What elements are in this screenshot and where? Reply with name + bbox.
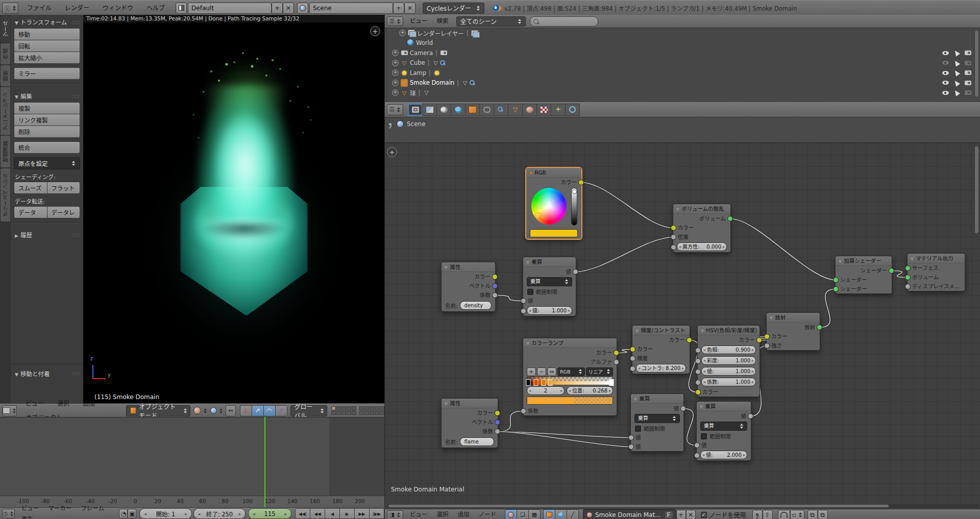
outliner-item-label[interactable]: Lamp [410, 69, 426, 77]
slider-値:[interactable]: ◂値:2.000▸ [700, 451, 747, 459]
node-socket[interactable] [630, 366, 635, 372]
editor-type-node-icon[interactable]: ◨ [387, 510, 403, 519]
expand-icon[interactable]: + [392, 69, 399, 76]
button-フラット[interactable]: フラット [47, 182, 81, 194]
button-スムーズ[interactable]: スムーズ [14, 182, 47, 194]
outliner-row-球[interactable]: +▽球|▽ [385, 88, 980, 98]
node-socket[interactable] [495, 419, 500, 425]
node-mul3[interactable]: ▼乗算値乗算範囲制限値◂値:2.000▸ [696, 401, 751, 461]
node-socket[interactable] [695, 348, 701, 353]
properties-tab-texture[interactable] [536, 104, 551, 116]
node-editor-hscrollbar[interactable] [387, 504, 978, 508]
ramp-delete-button[interactable]: − [537, 367, 546, 376]
timeline-playhead[interactable] [264, 417, 265, 507]
button-削除[interactable]: 削除 [14, 126, 80, 138]
layer-cell[interactable] [331, 411, 336, 415]
viewport-shading-select[interactable] [193, 407, 207, 414]
editor-type-3dview-icon[interactable] [2, 405, 17, 416]
layout-add-button[interactable]: + [272, 3, 283, 14]
ramp-stop[interactable] [609, 379, 614, 386]
properties-tab-physics[interactable] [565, 104, 580, 116]
editor-type-outliner-icon[interactable]: ☰ [387, 16, 403, 26]
selectability-toggle[interactable] [952, 78, 961, 88]
viewport-menu-追加[interactable]: 追加 [76, 397, 102, 411]
node-socket[interactable] [764, 343, 770, 349]
orientation-select[interactable]: グローバル [290, 405, 327, 416]
node-socket[interactable] [578, 180, 584, 185]
node-socket[interactable] [614, 350, 619, 356]
set-origin-select[interactable]: 原点を設定 [14, 157, 80, 169]
ramp-index-field[interactable]: ◂2▸ [527, 386, 565, 395]
node-socket[interactable] [687, 337, 692, 343]
viewport-3d[interactable]: Time:02:14.83 | Mem:13.35M, Peak:20.54M … [83, 15, 384, 403]
node-socket[interactable] [671, 244, 676, 250]
layout-browse-icon[interactable] [176, 3, 187, 14]
operator-panel[interactable]: ▼移動と付着:::: [11, 364, 83, 380]
menu-レンダー[interactable]: レンダー [58, 1, 96, 15]
expand-icon[interactable]: + [399, 30, 406, 36]
layer-cell[interactable] [370, 406, 374, 410]
properties-tab-object[interactable] [465, 104, 480, 116]
node-mul2[interactable]: ▼乗算値乗算範囲制限値値 [630, 393, 684, 452]
material-unlink-button[interactable]: ✕ [686, 510, 696, 519]
layer-cell[interactable] [341, 406, 346, 410]
node-socket[interactable] [492, 283, 498, 289]
pivot-select[interactable] [210, 407, 223, 414]
manipulator-scale-icon[interactable]: ↗ [275, 405, 287, 416]
slider-彩度:[interactable]: ◂彩度:1.000▸ [701, 356, 756, 365]
manipulator-translate-icon[interactable]: ↗ [252, 405, 263, 416]
node-socket[interactable] [671, 225, 676, 231]
selectability-toggle[interactable] [952, 88, 961, 98]
layer-cell[interactable] [347, 406, 351, 410]
layer-cell[interactable] [336, 406, 341, 410]
node-emi[interactable]: ▼放射放射カラー強さ [766, 312, 820, 351]
node-socket[interactable] [492, 292, 498, 298]
outliner-row-Camera[interactable]: +Camera| [385, 48, 980, 58]
clamp-checkbox[interactable]: 範囲制限 [523, 287, 576, 296]
node-socket[interactable] [521, 298, 526, 304]
layer-cell[interactable] [359, 411, 364, 415]
ramp-stop[interactable] [533, 379, 538, 386]
outliner-row-Smoke Domain[interactable]: +▽Smoke Domain|▽ [385, 78, 980, 88]
visibility-toggle[interactable] [941, 48, 950, 58]
scene-add-button[interactable]: + [393, 3, 404, 14]
node-socket[interactable] [694, 453, 700, 458]
properties-tab-particles[interactable]: ✛ [551, 104, 566, 116]
node-socket[interactable] [817, 325, 822, 330]
layout-name-field[interactable]: Default [188, 3, 272, 14]
node-title[interactable]: ▼RGB [526, 168, 581, 178]
shelf-tab-ツール[interactable]: ツール [1, 16, 10, 42]
node-menu-選択[interactable]: 選択 [432, 509, 453, 519]
outliner-search-input[interactable] [530, 16, 598, 27]
transport-button-2[interactable]: ◀ [325, 508, 340, 519]
outliner-item-label[interactable]: Smoke Domain [410, 79, 454, 86]
wheel-cursor[interactable] [535, 213, 540, 218]
node-title[interactable]: ▼属性 [442, 262, 495, 272]
layer-cell[interactable] [341, 411, 346, 415]
node-attrD[interactable]: ▼属性カラーベクトル係数名前:density [441, 262, 496, 312]
properties-tab-scene[interactable] [436, 104, 451, 116]
selectability-toggle[interactable] [952, 48, 961, 58]
mode-select[interactable]: オブジェクトモード [126, 405, 190, 416]
node-title[interactable]: ▼乗算 [523, 257, 576, 267]
node-mout[interactable]: ▼マテリアル出力サーフェスボリュームディスプレイスメ... [907, 253, 965, 291]
node-title[interactable]: ▼乗算 [697, 402, 751, 411]
timeline-menu-ビュー[interactable]: ビュー [17, 503, 44, 514]
outliner-scrollbar[interactable] [974, 30, 979, 97]
sync-playback-icon[interactable]: ◔ [119, 509, 128, 518]
node-socket[interactable] [495, 429, 500, 434]
panel-header-履歴[interactable]: ▶履歴:::: [11, 228, 83, 241]
fake-user-button[interactable]: F [665, 511, 673, 518]
viewport-menu-ビュー[interactable]: ビュー [19, 397, 51, 411]
node-socket[interactable] [727, 216, 733, 221]
node-socket[interactable] [756, 337, 762, 343]
parent-node-button[interactable]: ⇧ [763, 510, 773, 519]
slider-値:[interactable]: ◂値:1.000▸ [701, 367, 756, 376]
slider-係数:[interactable]: ◂係数:1.000▸ [701, 378, 756, 386]
render-toggle[interactable] [963, 78, 972, 88]
visibility-toggle[interactable] [941, 88, 950, 98]
ramp-colormode-select[interactable]: RGB [557, 367, 585, 376]
node-socket[interactable] [694, 442, 700, 448]
node-add[interactable]: ▼加算シェーダーシェーダーシェーダーシェーダー [835, 256, 892, 294]
expand-icon[interactable]: + [392, 60, 399, 66]
